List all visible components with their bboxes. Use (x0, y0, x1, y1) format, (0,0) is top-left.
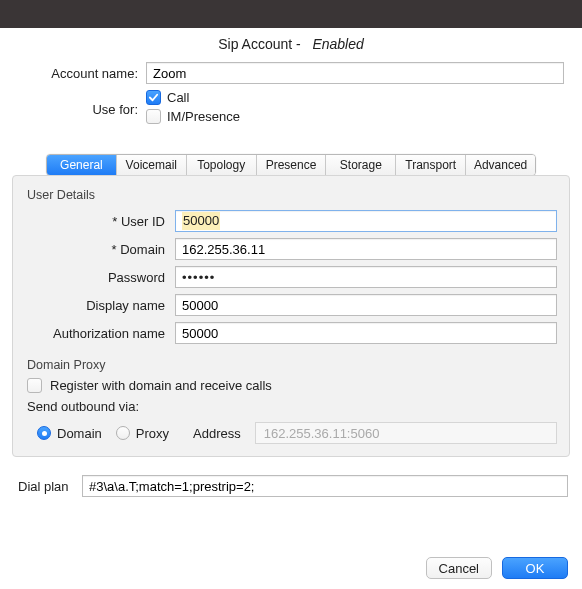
user-details-group-label: User Details (27, 188, 557, 202)
tab-advanced[interactable]: Advanced (466, 155, 535, 175)
tab-transport[interactable]: Transport (396, 155, 466, 175)
tab-voicemail[interactable]: Voicemail (117, 155, 187, 175)
tab-topology[interactable]: Topology (187, 155, 257, 175)
user-id-value: 50000 (182, 212, 220, 230)
ok-button[interactable]: OK (502, 557, 568, 579)
send-outbound-label: Send outbound via: (27, 399, 557, 414)
password-label: Password (25, 270, 175, 285)
account-name-label: Account name: (18, 66, 146, 81)
window-titlebar (0, 0, 582, 28)
domain-input[interactable] (175, 238, 557, 260)
register-label: Register with domain and receive calls (50, 378, 272, 393)
password-input[interactable]: •••••• (175, 266, 557, 288)
tab-general[interactable]: General (47, 155, 117, 175)
display-name-input[interactable] (175, 294, 557, 316)
radio-proxy-label: Proxy (136, 426, 169, 441)
user-id-input[interactable]: 50000 (175, 210, 557, 232)
domain-label: * Domain (25, 242, 175, 257)
checkbox-im-presence[interactable] (146, 109, 161, 124)
checkbox-register[interactable] (27, 378, 42, 393)
dialog-status: Enabled (312, 36, 363, 52)
dialog-title-prefix: Sip Account - (218, 36, 304, 52)
domain-proxy-group-label: Domain Proxy (27, 358, 557, 372)
auth-name-label: Authorization name (25, 326, 175, 341)
address-input[interactable]: 162.255.36.11:5060 (255, 422, 557, 444)
checkbox-call[interactable] (146, 90, 161, 105)
dial-plan-input[interactable] (82, 475, 568, 497)
dialog-title: Sip Account - Enabled (0, 28, 582, 58)
tab-storage[interactable]: Storage (326, 155, 396, 175)
tab-presence[interactable]: Presence (257, 155, 327, 175)
dial-plan-label: Dial plan (14, 479, 82, 494)
cancel-button[interactable]: Cancel (426, 557, 492, 579)
user-id-label: * User ID (25, 214, 175, 229)
tabs: GeneralVoicemailTopologyPresenceStorageT… (46, 154, 536, 176)
radio-proxy[interactable] (116, 426, 130, 440)
call-label: Call (167, 90, 189, 105)
usefor-label: Use for: (18, 102, 146, 117)
account-name-input[interactable] (146, 62, 564, 84)
radio-domain-label: Domain (57, 426, 102, 441)
auth-name-input[interactable] (175, 322, 557, 344)
im-presence-label: IM/Presence (167, 109, 240, 124)
check-icon (148, 92, 159, 103)
display-name-label: Display name (25, 298, 175, 313)
radio-domain[interactable] (37, 426, 51, 440)
address-label: Address (193, 426, 241, 441)
